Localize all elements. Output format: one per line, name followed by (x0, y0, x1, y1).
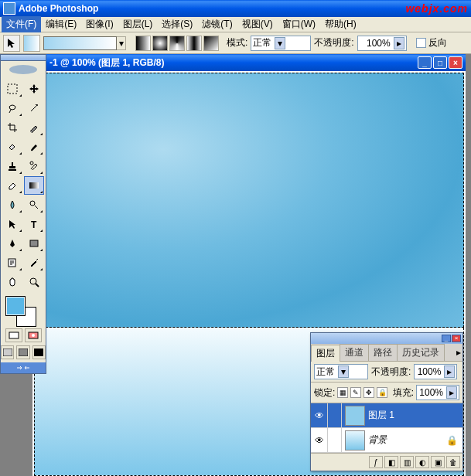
menu-layer[interactable]: 图层(L) (118, 16, 158, 32)
lock-transparent-button[interactable]: ▦ (337, 387, 348, 398)
layer-opacity-value: 100% (416, 366, 441, 377)
delete-layer-button[interactable]: 🗑 (446, 456, 460, 468)
tab-channels[interactable]: 通道 (340, 344, 369, 361)
mode-label: 模式: (227, 36, 247, 49)
chevron-down-icon: ▸ (444, 366, 455, 378)
app-title: Adobe Photoshop (19, 3, 405, 14)
visibility-toggle[interactable]: 👁 (311, 403, 328, 427)
gradient-diamond[interactable] (203, 36, 219, 51)
svg-rect-10 (9, 332, 19, 338)
fill-input[interactable]: 100% ▸ (416, 385, 459, 400)
lasso-tool[interactable] (2, 99, 23, 117)
marquee-tool[interactable] (2, 80, 23, 98)
screen-standard-button[interactable] (1, 345, 14, 359)
layer-mask-button[interactable]: ◧ (384, 456, 398, 468)
layers-panel-header[interactable]: _ × (311, 333, 462, 344)
opacity-input[interactable]: 100% ▸ (357, 36, 407, 51)
jump-to-button[interactable] (1, 362, 46, 373)
layer-name[interactable]: 背景 (368, 434, 446, 447)
svg-text:T: T (31, 219, 37, 230)
document-titlebar[interactable]: -1 @ 100% (图层 1, RGB/8) _ □ × (32, 54, 466, 71)
screen-full-button[interactable] (32, 345, 46, 359)
wand-tool[interactable] (24, 99, 45, 117)
layer-thumbnail[interactable] (345, 406, 365, 426)
visibility-toggle[interactable]: 👁 (311, 428, 328, 452)
gradient-linear[interactable] (135, 36, 151, 51)
layer-list: 👁 图层 1 👁 背景 🔒 (311, 403, 462, 453)
screen-menubar-button[interactable] (16, 345, 29, 359)
menu-help[interactable]: 帮助(H) (320, 16, 361, 32)
tab-history[interactable]: 历史记录 (397, 344, 445, 361)
layer-style-button[interactable]: ƒ (369, 456, 383, 468)
dodge-tool[interactable] (24, 196, 45, 214)
standard-mode-button[interactable] (5, 328, 22, 342)
tab-layers[interactable]: 图层 (311, 345, 340, 362)
zoom-tool[interactable] (24, 273, 45, 291)
toolbox-header[interactable] (1, 55, 46, 61)
tab-paths[interactable]: 路径 (368, 344, 398, 361)
lock-icon: 🔒 (446, 435, 458, 446)
menu-select[interactable]: 选择(S) (157, 16, 197, 32)
gradient-tool[interactable] (24, 176, 45, 195)
menu-edit[interactable]: 编辑(E) (41, 16, 81, 32)
menu-image[interactable]: 图像(I) (81, 16, 118, 32)
menu-file[interactable]: 文件(F) (2, 16, 41, 32)
menu-view[interactable]: 视图(V) (237, 16, 278, 32)
foreground-color-swatch[interactable] (5, 296, 26, 316)
layer-opacity-input[interactable]: 100% ▸ (414, 364, 457, 379)
close-button[interactable]: × (449, 56, 462, 69)
panel-minimize-button[interactable]: _ (442, 335, 451, 342)
brush-tool[interactable] (24, 138, 45, 156)
chevron-down-icon: ▾ (275, 37, 285, 49)
layer-thumbnail[interactable] (345, 430, 365, 450)
shape-tool[interactable] (24, 234, 45, 253)
menu-window[interactable]: 窗口(W) (278, 16, 320, 32)
adjustment-layer-button[interactable]: ◐ (415, 456, 429, 468)
layer-row[interactable]: 👁 图层 1 (311, 403, 462, 428)
path-select-tool[interactable] (2, 215, 23, 233)
layer-name[interactable]: 图层 1 (368, 409, 462, 422)
blend-mode-value: 正常 (253, 36, 271, 49)
minimize-button[interactable]: _ (418, 56, 432, 69)
panel-menu-icon[interactable]: ▸ (456, 347, 461, 358)
blur-tool[interactable] (2, 196, 23, 214)
active-tool-icon[interactable] (23, 35, 40, 52)
menu-filter[interactable]: 滤镜(T) (197, 16, 237, 32)
eyedropper-tool[interactable] (24, 253, 45, 272)
eraser-tool[interactable] (2, 176, 23, 195)
gradient-swatch[interactable] (43, 36, 117, 50)
pen-tool[interactable] (2, 234, 23, 253)
heal-tool[interactable] (2, 138, 23, 156)
link-cell[interactable] (328, 403, 342, 427)
crop-tool[interactable] (2, 118, 23, 137)
gradient-type-group (135, 36, 219, 51)
layer-row[interactable]: 👁 背景 🔒 (311, 428, 462, 453)
svg-point-0 (9, 65, 37, 74)
lock-paint-button[interactable]: ✎ (350, 387, 361, 398)
layer-blend-select[interactable]: 正常 ▾ (314, 364, 368, 379)
reverse-checkbox[interactable] (416, 38, 426, 48)
slice-tool[interactable] (24, 118, 45, 137)
maximize-button[interactable]: □ (433, 56, 447, 69)
lock-all-button[interactable]: 🔒 (377, 387, 387, 398)
gradient-dropdown[interactable]: ▾ (117, 36, 126, 50)
stamp-tool[interactable] (2, 157, 23, 175)
history-brush-tool[interactable] (24, 157, 45, 175)
move-tool[interactable] (24, 80, 45, 98)
link-cell[interactable] (328, 428, 342, 452)
gradient-angle[interactable] (169, 36, 185, 51)
panel-close-button[interactable]: × (452, 335, 461, 342)
gradient-radial[interactable] (152, 36, 168, 51)
layer-set-button[interactable]: ▥ (400, 456, 414, 468)
lock-position-button[interactable]: ✥ (363, 387, 374, 398)
new-layer-button[interactable]: ▣ (431, 456, 445, 468)
notes-tool[interactable] (2, 253, 23, 272)
gradient-reflected[interactable] (186, 36, 202, 51)
type-tool[interactable]: T (24, 215, 45, 233)
panel-tabs: 图层 通道 路径 历史记录 ▸ (311, 344, 462, 362)
quickmask-mode-button[interactable] (25, 328, 42, 342)
svg-rect-13 (3, 348, 12, 356)
hand-tool[interactable] (2, 273, 23, 291)
canvas-upper[interactable] (34, 73, 464, 328)
blend-mode-select[interactable]: 正常 ▾ (251, 36, 311, 51)
